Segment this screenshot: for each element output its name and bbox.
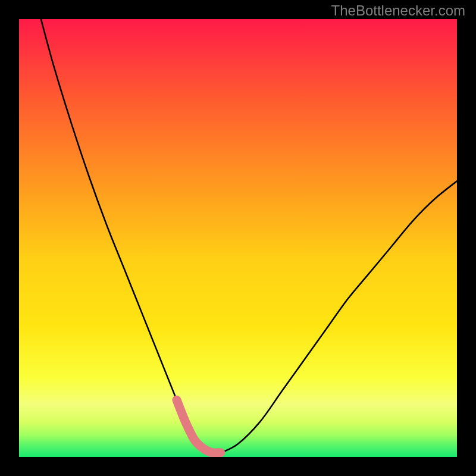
plot-area [19, 19, 457, 457]
gradient-background [19, 19, 457, 457]
chart-frame: TheBottlenecker.com [0, 0, 476, 476]
chart-svg [19, 19, 457, 457]
attribution-label: TheBottlenecker.com [331, 2, 465, 19]
